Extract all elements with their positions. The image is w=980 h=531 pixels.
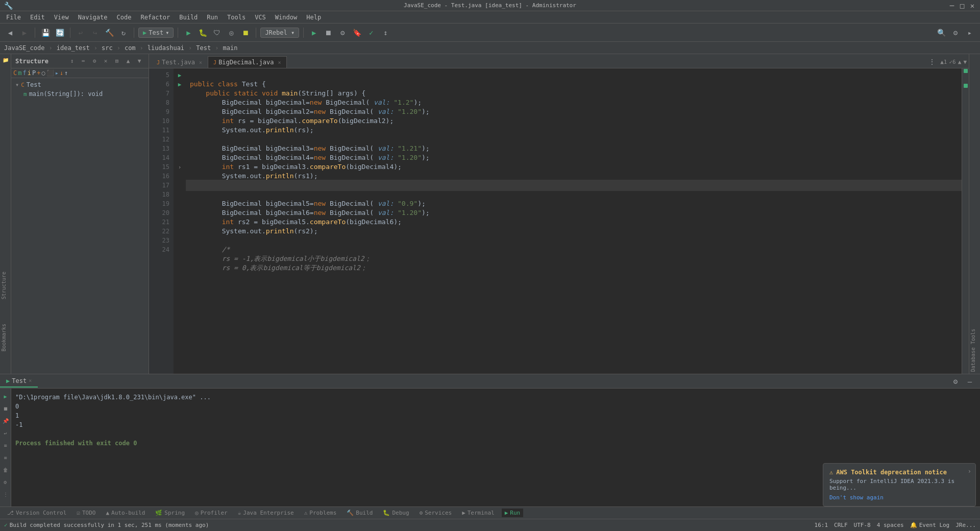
toolbar-forward-button[interactable]: ▶ xyxy=(18,27,31,39)
st-btn-6[interactable]: + xyxy=(37,69,40,77)
jrebel-button[interactable]: JRebel ▾ xyxy=(260,28,299,38)
tree-test-class[interactable]: ▾ C Test xyxy=(13,80,146,89)
settings-rebel-button[interactable]: ⚙ xyxy=(336,27,349,39)
tab-bigdecimal-java[interactable]: J BigDecimal.java × xyxy=(208,56,286,68)
toolbar-reload-button[interactable]: ↻ xyxy=(117,27,130,39)
menu-run[interactable]: Run xyxy=(203,13,222,22)
strip-build[interactable]: 🔨 Build xyxy=(344,509,376,517)
more-button[interactable]: ▸ xyxy=(964,27,976,39)
sidebar-project-button[interactable]: 📁 xyxy=(0,54,11,65)
strip-autobuild[interactable]: ▲ Auto-build xyxy=(103,509,148,517)
code-editor[interactable]: 5 6 7 8 9 10 11 12 13 14 15 16 17 18 19 … xyxy=(149,68,969,374)
toolbar-back-button[interactable]: ◀ xyxy=(4,27,16,39)
check-rebel-button[interactable]: ✓ xyxy=(365,27,377,39)
maximize-button[interactable]: □ xyxy=(959,2,966,9)
st-btn-4[interactable]: i xyxy=(28,69,31,77)
run-settings-button[interactable]: ⚙ xyxy=(0,476,11,488)
unfold-button[interactable]: ▼ xyxy=(963,59,967,65)
toolbar-build-button[interactable]: 🔨 xyxy=(103,27,115,39)
structure-gear-button[interactable]: ⊞ xyxy=(112,56,122,66)
tab-test-java[interactable]: J Test.java × xyxy=(151,56,208,68)
nav-src[interactable]: src xyxy=(102,44,113,52)
search-everywhere-button[interactable]: 🔍 xyxy=(935,27,947,39)
nav-test[interactable]: Test xyxy=(196,44,211,52)
tab-test-close[interactable]: × xyxy=(199,60,202,65)
structure-down-button[interactable]: ▼ xyxy=(134,56,144,66)
line-endings[interactable]: CRLF xyxy=(834,522,848,528)
run-more-button[interactable]: ⋮ xyxy=(0,489,11,500)
stop-rebel-button[interactable]: ⏹ xyxy=(322,27,334,39)
run-tab[interactable]: ▶ Test × xyxy=(0,375,38,388)
code-content[interactable]: public class Test { public static void m… xyxy=(186,68,962,374)
debug-button[interactable]: 🐛 xyxy=(197,27,209,39)
st-btn-8[interactable]: ⬛ xyxy=(46,69,54,77)
strip-terminal[interactable]: ▶ Terminal xyxy=(459,509,498,517)
menu-tools[interactable]: Tools xyxy=(223,13,250,22)
run-coverage-button[interactable]: 🛡 xyxy=(211,27,223,39)
st-btn-3[interactable]: f xyxy=(22,69,26,77)
run-pin-button[interactable]: 📌 xyxy=(0,415,11,426)
run-tab-close[interactable]: × xyxy=(29,378,32,383)
strip-version-control[interactable]: ⎇ Version Control xyxy=(4,509,69,517)
structure-close-button[interactable]: ✕ xyxy=(101,56,111,66)
settings-button[interactable]: ⚙ xyxy=(949,27,962,39)
menu-view[interactable]: View xyxy=(50,13,73,22)
strip-todo[interactable]: ☑ TODO xyxy=(74,509,99,517)
indentation[interactable]: 4 spaces xyxy=(877,522,904,528)
strip-debug[interactable]: 🐛 Debug xyxy=(380,509,412,517)
notification-close-button[interactable]: › xyxy=(968,468,971,475)
notification-link[interactable]: Don't show again xyxy=(829,494,969,501)
structure-label[interactable]: Structure xyxy=(0,270,11,301)
run-stop-button[interactable]: ⏹ xyxy=(0,403,11,414)
toolbar-redo-button[interactable]: ↪ xyxy=(89,27,101,39)
strip-spring[interactable]: 🌿 Spring xyxy=(152,509,188,517)
st-btn-7[interactable]: ○ xyxy=(41,69,45,77)
run-config-selector[interactable]: ▶ Test ▾ xyxy=(138,28,174,38)
menu-refactor[interactable]: Refactor xyxy=(136,13,174,22)
bookmarks-label[interactable]: Bookmarks xyxy=(0,322,11,353)
run-filter-button[interactable]: ≡ xyxy=(0,440,11,451)
bottom-settings-button[interactable]: ⚙ xyxy=(949,375,962,388)
jrebel-status[interactable]: JRe... xyxy=(955,522,976,528)
nav-liudashuai[interactable]: liudashuai xyxy=(148,44,184,52)
recent-files-button[interactable]: ⋮ xyxy=(926,56,938,68)
menu-code[interactable]: Code xyxy=(113,13,136,22)
toolbar-undo-button[interactable]: ↩ xyxy=(75,27,87,39)
tab-bigdecimal-close[interactable]: × xyxy=(278,60,281,65)
bookmark-rebel-button[interactable]: 🔖 xyxy=(351,27,363,39)
strip-java-enterprise[interactable]: ☕ Java Enterprise xyxy=(235,509,297,517)
structure-settings-button[interactable]: ⚙ xyxy=(89,56,100,66)
st-btn-10[interactable]: ↓ xyxy=(60,69,63,77)
nav-com[interactable]: com xyxy=(125,44,136,52)
event-log[interactable]: 🔔 Event Log xyxy=(910,522,950,528)
build-status[interactable]: ✓ Build completed successfully in 1 sec,… xyxy=(4,522,209,528)
run-class-icon[interactable]: ▶ xyxy=(174,70,186,80)
menu-window[interactable]: Window xyxy=(271,13,301,22)
run-filter2-button[interactable]: ≡ xyxy=(0,452,11,463)
structure-up-button[interactable]: ▲ xyxy=(123,56,133,66)
close-button[interactable]: ✕ xyxy=(969,2,976,9)
toolbar-sync-button[interactable]: 🔄 xyxy=(54,27,66,39)
nav-javasecode[interactable]: JavaSE_code xyxy=(4,44,44,52)
toolbar-save-button[interactable]: 💾 xyxy=(39,27,52,39)
strip-services[interactable]: ⚙ Services xyxy=(416,509,455,517)
menu-help[interactable]: Help xyxy=(302,13,325,22)
st-btn-9[interactable]: ▸ xyxy=(55,69,59,77)
nav-idea-test[interactable]: idea_test xyxy=(57,44,90,52)
run-restart-button[interactable]: ▶ xyxy=(0,391,11,402)
run-rebel-button[interactable]: ▶ xyxy=(308,27,320,39)
menu-file[interactable]: File xyxy=(2,13,25,22)
cursor-position[interactable]: 16:1 xyxy=(815,522,828,528)
run-wrap-button[interactable]: ↩ xyxy=(0,427,11,439)
minimize-button[interactable]: ─ xyxy=(948,2,955,9)
strip-problems[interactable]: ⚠ Problems xyxy=(301,509,340,517)
stop-button[interactable]: ⏹ xyxy=(239,27,252,39)
strip-run[interactable]: ▶ Run xyxy=(502,509,524,517)
st-btn-1[interactable]: C xyxy=(13,69,17,77)
nav-main[interactable]: main xyxy=(223,44,237,52)
run-arrow-9[interactable]: › xyxy=(174,162,186,172)
menu-edit[interactable]: Edit xyxy=(26,13,49,22)
st-btn-11[interactable]: ↑ xyxy=(64,69,68,77)
fold-button[interactable]: ▲ xyxy=(958,59,962,65)
run-button[interactable]: ▶ xyxy=(182,27,194,39)
